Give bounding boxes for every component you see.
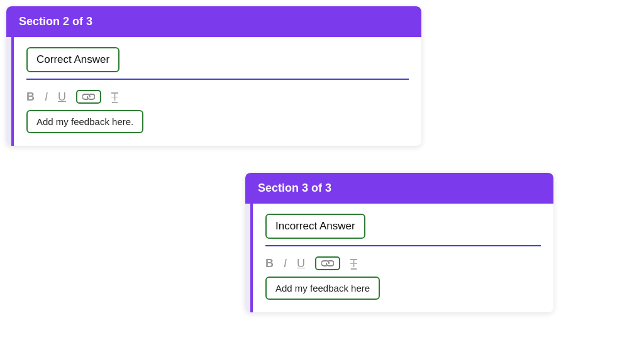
section-3-card: Section 3 of 3 Incorrect Answer B I U [245,173,553,312]
incorrect-answer-field[interactable]: Incorrect Answer [265,214,365,239]
underline-button[interactable]: U [58,90,66,104]
section-2-content: Correct Answer B I U T̲ [11,37,421,146]
clear-format-button-3[interactable]: T̲ [350,256,357,270]
correct-answer-field[interactable]: Correct Answer [26,47,119,72]
section-3-toolbar: B I U T̲ [265,253,541,277]
italic-button[interactable]: I [45,90,48,104]
bold-button[interactable]: B [26,90,35,104]
section-2-toolbar: B I U T̲ [26,86,409,110]
section-2-title: Section 2 of 3 [19,15,92,28]
section-3-feedback-text: Add my feedback here [275,283,370,293]
underline-button-3[interactable]: U [297,257,305,270]
section-3-feedback-field[interactable]: Add my feedback here [265,277,380,300]
section-3-content: Incorrect Answer B I U T̲ [250,204,553,312]
section-2-divider [26,79,409,80]
incorrect-answer-label: Incorrect Answer [275,220,355,232]
link-icon [82,92,95,101]
link-button-3[interactable] [315,256,340,270]
link-icon-3 [321,259,334,268]
section-3-header: Section 3 of 3 [245,173,553,204]
section-2-feedback-text: Add my feedback here. [36,116,133,127]
section-2-header: Section 2 of 3 [6,6,421,37]
clear-format-button[interactable]: T̲ [111,90,118,104]
link-button[interactable] [76,90,101,104]
section-2-feedback-field[interactable]: Add my feedback here. [26,110,143,133]
section-2-body: Correct Answer B I U T̲ [6,37,421,146]
section-3-body: Incorrect Answer B I U T̲ [245,204,553,312]
correct-answer-label: Correct Answer [36,53,109,65]
section-2-card: Section 2 of 3 Correct Answer B I U [6,6,421,146]
section-3-divider [265,245,541,246]
italic-button-3[interactable]: I [284,257,287,270]
section-3-title: Section 3 of 3 [258,182,331,194]
bold-button-3[interactable]: B [265,257,274,270]
